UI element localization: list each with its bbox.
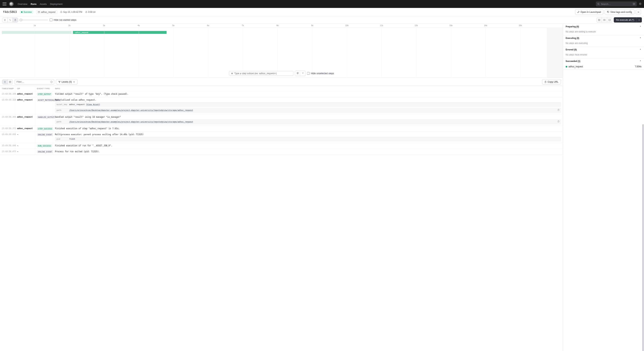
subset-input-wrapper[interactable] <box>229 71 294 76</box>
time-tick: 6s <box>207 24 209 26</box>
scrollbar-thumb[interactable] <box>642 124 644 351</box>
log-raw-button[interactable] <box>8 80 12 84</box>
gantt-chart[interactable]: 1s2s3s4s5s6s7s8s9s10s11s12s13s14s15s adh… <box>0 24 563 78</box>
time-tick: 4s <box>138 24 140 26</box>
job-chip[interactable]: adhoc_request <box>36 10 57 14</box>
run-meta: f4dc5863 Success adhoc_request Sep 15, 1… <box>3 10 96 14</box>
log-op: adhoc_request <box>15 114 35 126</box>
path-link[interactable]: /Users/erincochran/Desktop/dagster-examp… <box>69 121 193 123</box>
waterfall-icon <box>9 19 11 21</box>
top-nav-right: / <box>596 1 642 6</box>
gantt-view-waterfall-button[interactable] <box>8 18 13 22</box>
grid-line <box>520 28 520 78</box>
clear-icon[interactable]: ✕ <box>50 81 53 83</box>
more-actions-button[interactable] <box>636 10 641 14</box>
hide-not-started-checkbox[interactable]: Hide not started steps <box>50 18 76 21</box>
svg-rect-10 <box>545 81 546 83</box>
reexecute-dropdown-button[interactable] <box>636 17 642 22</box>
status-dot-icon <box>21 11 22 13</box>
steps-section-title: Succeeded (1) <box>566 60 580 62</box>
time-tick: 1s <box>34 24 36 26</box>
gantt-step-bar[interactable]: adhoc_request <box>73 31 166 34</box>
steps-section-title: Executing (0) <box>566 37 579 39</box>
path-link[interactable]: /Users/erincochran/Desktop/dagster-examp… <box>69 109 193 111</box>
settings-icon[interactable] <box>639 2 642 5</box>
log-ts: 13:09:56.835 <box>0 132 15 143</box>
gantt-view-toggle <box>2 18 18 22</box>
steps-section: Preparing (0)No steps are waiting to exe… <box>563 24 644 35</box>
kv-value: /Users/erincochran/Desktop/dagster-examp… <box>69 121 193 123</box>
layout-split-horizontal-button[interactable] <box>597 18 602 22</box>
log-event: ASSET_MATERIALIZAT… <box>35 97 53 114</box>
log-filter-input[interactable] <box>14 79 54 84</box>
time-tick: 10s <box>345 24 348 26</box>
subset-input[interactable] <box>234 72 292 75</box>
subset-collapse-button[interactable] <box>300 71 306 76</box>
open-launchpad-button[interactable]: Open in Launchpad <box>575 9 603 14</box>
chevron-down-icon <box>638 19 640 21</box>
nav-overview[interactable]: Overview <box>18 3 27 5</box>
log-structured-button[interactable] <box>2 80 8 84</box>
log-toolbar-left: ✕ Levels (5) <box>2 79 78 84</box>
steps-section-header[interactable]: Succeeded (1) <box>563 58 644 64</box>
menu-icon[interactable] <box>2 2 6 5</box>
tag-icon <box>607 11 609 13</box>
log-event: ENGINE_EVENT <box>35 149 53 155</box>
zoom-slider-thumb[interactable] <box>20 19 22 21</box>
copy-icon[interactable] <box>557 109 559 112</box>
subset-layers-button[interactable] <box>295 71 300 76</box>
zoom-slider[interactable] <box>21 20 48 20</box>
svg-rect-9 <box>9 81 11 83</box>
chevron-up-icon <box>302 72 304 74</box>
nav-assets[interactable]: Assets <box>40 3 47 5</box>
succeeded-step-row[interactable]: adhoc_request7.934s <box>563 64 644 69</box>
hide-unselected-checkbox[interactable]: Hide unselected steps <box>307 72 334 75</box>
log-info-text: Multiprocess executor: parent process ex… <box>55 133 561 136</box>
global-search[interactable]: / <box>596 1 637 6</box>
caret-down-icon <box>639 25 642 28</box>
copy-url-button[interactable]: Copy URL <box>542 79 561 84</box>
steps-section-header[interactable]: Executing (0) <box>563 35 644 41</box>
gantt-prep-bar[interactable] <box>2 31 72 34</box>
dagster-logo[interactable] <box>9 1 14 6</box>
log-levels-button[interactable]: Levels (5) <box>56 79 78 84</box>
subset-expand-group <box>295 70 306 76</box>
pencil-icon <box>577 11 580 13</box>
svg-point-4 <box>608 11 608 12</box>
gantt-toolbar-right: Re-execute all (*) <box>596 17 642 22</box>
full-icon <box>608 19 611 21</box>
grid-line <box>312 28 312 78</box>
gantt-view-time-button[interactable] <box>13 18 18 22</box>
steps-section: Errored (0)No steps have errored <box>563 47 644 58</box>
gantt-view-flat-button[interactable] <box>2 18 8 22</box>
event-tag: HANDLED_OUTPUT <box>37 116 56 119</box>
copy-icon[interactable] <box>557 120 559 123</box>
nav-runs[interactable]: Runs <box>30 3 36 5</box>
steps-section-header[interactable]: Errored (0) <box>563 47 644 52</box>
time-tick: 14s <box>484 24 487 26</box>
layout-split-vertical-button[interactable] <box>602 18 607 22</box>
job-name: adhoc_request <box>41 11 55 13</box>
log-info-text: Materialized value adhoc_request. <box>55 99 561 101</box>
svg-rect-1 <box>38 11 40 13</box>
log-ts: 13:09:56.364 <box>0 114 15 126</box>
view-asset-link[interactable]: View Asset <box>87 103 99 106</box>
reexecute-button[interactable]: Re-execute all (*) <box>614 17 636 22</box>
steps-section-header[interactable]: Preparing (0) <box>563 24 644 29</box>
top-nav-left: Overview Runs Assets Deployment <box>2 1 62 6</box>
nav-deployment[interactable]: Deployment <box>50 3 62 5</box>
th-op: OP <box>15 86 35 91</box>
hide-unselected-input[interactable] <box>307 72 310 75</box>
log-op: adhoc_request <box>15 126 35 132</box>
hide-not-started-input[interactable] <box>50 18 52 21</box>
kv-value: /Users/erincochran/Desktop/dagster-examp… <box>69 109 193 111</box>
status-text: Success <box>24 11 32 13</box>
run-timestamp: Sep 15, 1:09:42 PM <box>60 11 82 13</box>
log-op: adhoc_request <box>15 91 35 97</box>
view-tags-button[interactable]: View tags and config <box>605 9 634 14</box>
search-input[interactable] <box>601 3 631 5</box>
run-id: f4dc5863 <box>3 10 17 14</box>
steps-section-title: Errored (0) <box>566 48 577 51</box>
kv-row: path/Users/erincochran/Desktop/dagster-e… <box>55 119 561 124</box>
layout-full-button[interactable] <box>607 18 612 22</box>
